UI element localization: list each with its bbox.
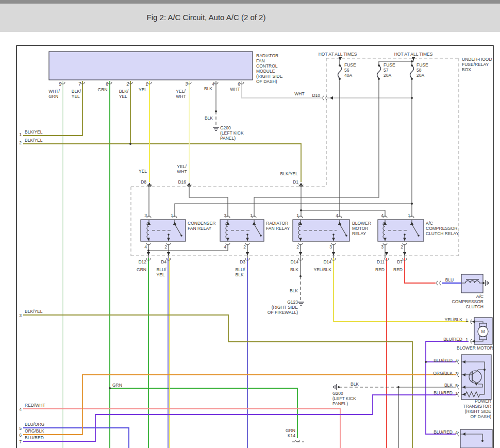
wiring-diagram-canvas: 57821346WHT/ GRNBLK/ YELGRNBLK/ YELYELYE… xyxy=(0,0,500,448)
wire-fuse57-out xyxy=(254,78,379,217)
junction-dot xyxy=(339,64,341,67)
wire-6-orgblk xyxy=(23,375,456,435)
arrowhead-up xyxy=(188,182,191,186)
red-d7-label: RED xyxy=(393,267,403,272)
pt-pin5: 5 xyxy=(455,383,458,388)
d12-label: D12 xyxy=(138,259,146,264)
wirecolor-wht: WHT xyxy=(230,87,240,92)
wirecolor-grn: GRN xyxy=(98,87,108,92)
left-wire-1-num: 1 xyxy=(19,132,22,137)
connector-arc xyxy=(458,392,459,396)
junction-dot xyxy=(411,64,413,67)
blured-bottombox-label: BLU/RED xyxy=(434,429,453,435)
junction-dot xyxy=(147,250,149,252)
blk-g200-label: BLK xyxy=(351,381,359,387)
arrowhead-down xyxy=(332,252,335,255)
d16-label: D16 xyxy=(178,179,186,185)
connector-arc xyxy=(440,281,441,285)
junction-dot xyxy=(481,440,484,442)
clutch-caption: A/C COMPRESSOR CLUTCH xyxy=(452,294,484,309)
condenser-pin1: 1 xyxy=(171,213,173,218)
connector-arc xyxy=(295,440,299,442)
blower-motor-relay-switch-dot xyxy=(345,235,347,237)
blower-pin2: 2 xyxy=(296,244,299,250)
left-wire-7-label: BLU/RED xyxy=(25,435,44,440)
blured-pt1-label: BLU/RED xyxy=(434,390,453,395)
d10-label: D10 xyxy=(312,93,320,98)
junction-dot xyxy=(397,386,399,388)
d1-label: D1 xyxy=(293,179,298,185)
orgblk-pt3-label: ORG/BLK xyxy=(433,371,453,376)
arrowhead-down xyxy=(147,252,150,255)
yelblk-d14-label: YEL/BLK xyxy=(314,267,332,272)
d14a-label: D14 xyxy=(290,259,298,264)
blured-pt4-label: BLU/RED xyxy=(434,358,453,363)
arrowhead-down xyxy=(412,57,415,60)
wirecolor-blkyel-7: BLK/ YEL xyxy=(72,89,81,99)
module-pin-3: 3 xyxy=(185,81,188,87)
wht-d10-label: WHT xyxy=(294,91,304,96)
left-wire-3-num: 3 xyxy=(19,313,22,318)
left-wire-2-num: 2 xyxy=(19,140,22,145)
d4-label: D4 xyxy=(161,259,166,264)
grn-d12-label: GRN xyxy=(137,267,146,272)
g123-caption: G123 (RIGHT SIDE OF FIREWALL) xyxy=(268,300,298,315)
d8-label: D8 xyxy=(141,179,146,185)
connector-arc xyxy=(458,385,459,389)
radiator-relay-caption: RADIATOR FAN RELAY xyxy=(266,221,290,231)
left-wire-7-num: 7 xyxy=(19,439,22,444)
arrowhead-left xyxy=(330,96,333,99)
junction-dot xyxy=(411,78,413,80)
condenser-pin3: 3 xyxy=(144,213,147,218)
module-pin-2: 2 xyxy=(126,81,129,87)
wirecolor-blk: BLK xyxy=(204,86,212,91)
junction-dot xyxy=(338,386,340,388)
arrowhead-down xyxy=(167,252,170,255)
g200-bottom-caption: G200 (LEFT KICK PANEL) xyxy=(332,391,356,406)
radiator-fan-control-module-box xyxy=(49,52,253,80)
module-pin-6: 6 xyxy=(238,81,240,87)
blower-motor-caption: BLOWER MOTOR xyxy=(457,345,493,351)
module-pin-7: 7 xyxy=(78,81,81,87)
hot-at-all-times-2: HOT AT ALL TIMES xyxy=(394,52,433,57)
screenshot-root: Fig 2: A/C Circuit, Auto A/C (2 of 2) 57… xyxy=(0,0,500,448)
ac-pin1: 1 xyxy=(408,213,410,218)
radiator-pin4: 4 xyxy=(224,244,226,250)
arrowhead-left xyxy=(472,320,475,323)
bottombox-pin4: 4 xyxy=(455,430,458,435)
motor-pin1-bottom: 1 xyxy=(465,337,468,342)
blower-relay-caption: BLOWER MOTOR RELAY xyxy=(352,221,371,236)
blk-pt5-label: BLK xyxy=(444,383,453,388)
module-pin-8: 8 xyxy=(106,81,108,87)
wirecolor-yelwht: YEL/ WHT xyxy=(176,89,186,99)
arrowhead-left xyxy=(472,340,475,343)
junction-dot xyxy=(215,110,217,112)
junction-dot xyxy=(299,275,302,277)
pt-pin4: 4 xyxy=(455,358,458,363)
junction-dot xyxy=(129,143,131,145)
arrowhead-down xyxy=(299,252,302,255)
connector-arc xyxy=(458,360,459,364)
junction-dot xyxy=(484,369,486,371)
red-d11-label: RED xyxy=(375,267,385,272)
fuse-58-label: FUSE 58 20A xyxy=(416,62,428,78)
left-wire-3-label: BLK/YEL xyxy=(25,309,43,314)
blkyel-d1-label: BLK/YEL xyxy=(280,171,298,176)
bluyel-d4-label: BLU/ YEL xyxy=(157,267,166,277)
blured-motor-label: BLU/RED xyxy=(443,337,462,342)
fuse-58-symbol xyxy=(410,65,414,78)
grn-k14-label: GRN K14 xyxy=(286,428,295,438)
junction-dot xyxy=(482,282,485,284)
condenser-fan-relay-switch-dot xyxy=(180,235,182,237)
junction-dot xyxy=(411,97,413,99)
blublk-d3-label: BLU/ BLK xyxy=(236,267,245,277)
left-wire-5-label: BLU/ORG xyxy=(25,422,44,427)
g200-top-caption: G200 (LEFT KICK PANEL) xyxy=(220,125,244,141)
ac-relay-caption: A/C COMPRESSOR CLUTCH RELAY xyxy=(426,221,459,236)
condenser-relay-caption: CONDENSER FAN RELAY xyxy=(188,221,215,231)
d7-label: D7 xyxy=(397,259,403,264)
radiator-pin3: 3 xyxy=(224,213,226,218)
arrowhead-down xyxy=(385,252,388,255)
d3-label: D3 xyxy=(240,259,245,264)
connector-arc xyxy=(458,432,459,436)
